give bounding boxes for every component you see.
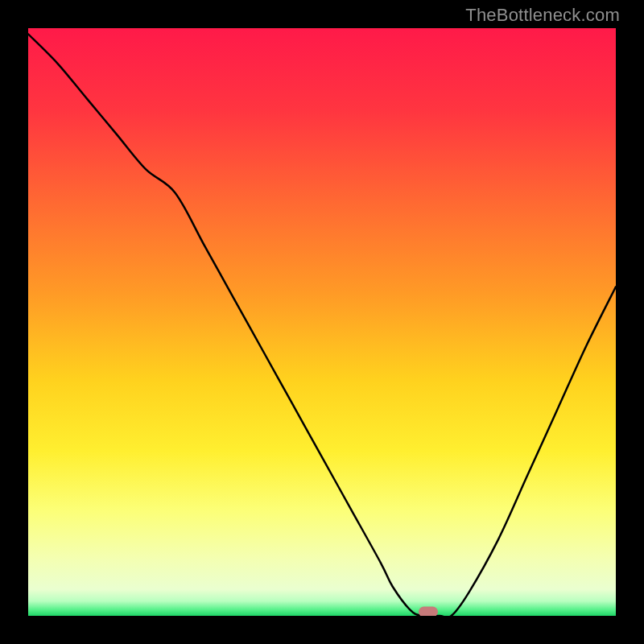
plot-area	[28, 28, 616, 616]
watermark-text: TheBottleneck.com	[465, 5, 620, 26]
bottleneck-curve	[28, 34, 616, 616]
optimal-marker	[419, 607, 438, 617]
curve-layer	[28, 28, 616, 616]
chart-frame: TheBottleneck.com	[0, 0, 644, 644]
